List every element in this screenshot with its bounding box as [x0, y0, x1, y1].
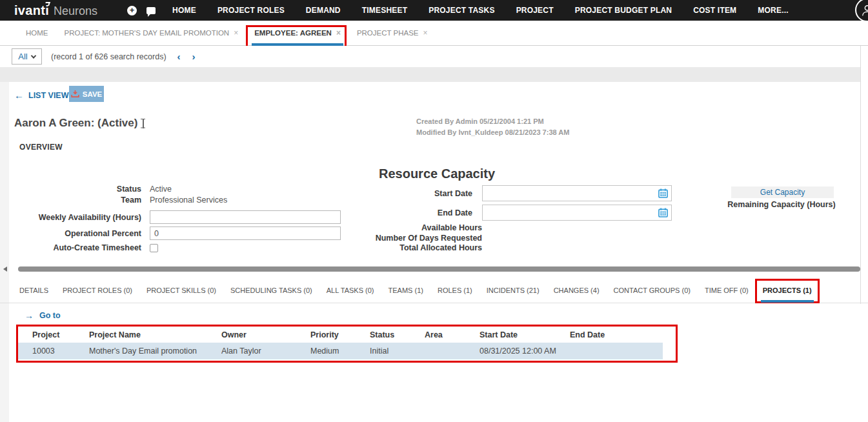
available-hours-label: Available Hours: [361, 223, 482, 234]
next-record-button[interactable]: ›: [187, 51, 201, 62]
weekly-availability-input[interactable]: [150, 210, 341, 224]
nav-item-demand[interactable]: DEMAND: [306, 6, 341, 15]
nav-item-more[interactable]: MORE...: [758, 6, 788, 15]
list-view-label: LIST VIEW: [28, 91, 69, 100]
table-row[interactable]: 10003 Mother's Day Email promotion Alan …: [18, 343, 663, 359]
calendar-icon[interactable]: [658, 208, 668, 220]
tab-projects[interactable]: PROJECTS (1): [763, 282, 812, 303]
text-cursor-icon: [140, 119, 146, 128]
save-button[interactable]: SAVE: [69, 86, 104, 102]
tab-project-roles[interactable]: PROJECT ROLES (0): [63, 282, 132, 303]
tab-label: PROJECT PHASE: [357, 29, 419, 37]
cell-project: 10003: [32, 347, 89, 356]
status-value: Active: [150, 185, 172, 194]
resource-capacity-title: Resource Capacity: [379, 166, 495, 181]
tab-details[interactable]: DETAILS: [19, 282, 48, 303]
nav-item-timesheet[interactable]: TIMESHEET: [362, 6, 407, 15]
right-edge-strip: [860, 46, 868, 304]
auto-create-timesheet-checkbox[interactable]: [150, 244, 158, 252]
tab-time-off[interactable]: TIME OFF (0): [705, 282, 749, 303]
end-date-input[interactable]: [482, 205, 672, 221]
tab-incidents[interactable]: INCIDENTS (21): [487, 282, 540, 303]
column-header-owner[interactable]: Owner: [221, 330, 310, 339]
tab-changes[interactable]: CHANGES (4): [554, 282, 600, 303]
horizontal-scrollbar[interactable]: [18, 266, 860, 272]
team-label: Team: [19, 196, 150, 205]
detail-tab-strip: DETAILS PROJECT ROLES (0) PROJECT SKILLS…: [0, 282, 868, 303]
team-row: Team Professional Services: [19, 196, 227, 205]
person-icon: [860, 3, 868, 17]
list-view-button[interactable]: ← LIST VIEW: [14, 90, 69, 101]
calendar-icon[interactable]: [658, 188, 668, 201]
tab-contact-groups[interactable]: CONTACT GROUPS (0): [614, 282, 691, 303]
tab-all-tasks[interactable]: ALL TASKS (0): [327, 282, 374, 303]
goto-label: Go to: [39, 311, 61, 320]
tab-home[interactable]: HOME: [26, 21, 48, 45]
column-header-priority[interactable]: Priority: [310, 330, 370, 339]
filter-value: All: [18, 52, 27, 61]
column-header-end-date[interactable]: End Date: [570, 330, 676, 339]
nav-item-project-budget-plan[interactable]: PROJECT BUDGET PLAN: [575, 6, 672, 15]
column-header-project[interactable]: Project: [32, 330, 89, 339]
chat-icon[interactable]: [146, 7, 156, 14]
status-row: Status Active: [19, 185, 172, 194]
column-header-project-name[interactable]: Project Name: [89, 330, 221, 339]
tab-project-mothers-day[interactable]: PROJECT: MOTHER'S DAY EMAIL PROMOTION ×: [65, 21, 239, 45]
start-date-field: [482, 185, 672, 201]
cell-project-name: Mother's Day Email promotion: [89, 347, 221, 356]
record-navigation-bar: All (record 1 of 626 search records) ‹ ›: [0, 46, 868, 67]
brand-logo: ivanti Neurons: [14, 3, 97, 18]
back-arrow-icon: ←: [14, 90, 24, 101]
record-count-text: (record 1 of 626 search records): [51, 52, 167, 61]
column-header-status[interactable]: Status: [370, 330, 425, 339]
nav-item-project-roles[interactable]: PROJECT ROLES: [217, 6, 285, 15]
nav-item-home[interactable]: HOME: [172, 6, 196, 15]
user-avatar-icon[interactable]: [855, 0, 868, 22]
close-icon[interactable]: ×: [423, 28, 428, 37]
get-capacity-button[interactable]: Get Capacity: [731, 186, 834, 198]
nav-item-cost-item[interactable]: COST ITEM: [693, 6, 736, 15]
start-date-row: Start Date: [361, 185, 672, 201]
nav-item-project-tasks[interactable]: PROJECT TASKS: [429, 6, 494, 15]
operational-percent-row: Operational Percent: [19, 226, 341, 240]
created-by-text: Created By Admin 05/21/2004 1:21 PM: [416, 116, 569, 127]
tab-project-phase[interactable]: PROJECT PHASE ×: [357, 21, 428, 45]
cell-start-date: 08/31/2025 12:00 AM: [479, 347, 570, 356]
scroll-left-icon[interactable]: [3, 266, 7, 272]
page-title: Aaron A Green: (Active): [14, 117, 137, 130]
start-date-input[interactable]: [482, 185, 672, 201]
weekly-availability-row: Weekly Availability (Hours): [19, 210, 341, 224]
auto-create-timesheet-row: Auto-Create Timesheet: [19, 243, 158, 252]
tab-employee-agreen[interactable]: EMPLOYEE: AGREEN ×: [254, 21, 341, 45]
tab-project-skills[interactable]: PROJECT SKILLS (0): [146, 282, 216, 303]
main-menu: HOME PROJECT ROLES DEMAND TIMESHEET PROJ…: [172, 6, 789, 15]
app-window: ivanti Neurons + HOME PROJECT ROLES DEMA…: [0, 0, 868, 422]
column-header-area[interactable]: Area: [425, 330, 479, 339]
operational-percent-input[interactable]: [150, 226, 341, 240]
end-date-row: End Date: [361, 205, 672, 221]
tab-label: HOME: [26, 29, 48, 37]
tab-scheduling-tasks[interactable]: SCHEDULING TASKS (0): [230, 282, 312, 303]
go-to-link[interactable]: → Go to: [25, 310, 61, 321]
record-filter-select[interactable]: All: [12, 48, 42, 65]
prev-record-button[interactable]: ‹: [172, 51, 187, 62]
close-icon[interactable]: ×: [336, 28, 341, 37]
nav-item-project[interactable]: PROJECT: [516, 6, 554, 15]
record-meta: Created By Admin 05/21/2004 1:21 PM Modi…: [416, 116, 569, 138]
goto-arrow-icon: →: [25, 310, 34, 321]
tab-teams[interactable]: TEAMS (1): [389, 282, 423, 303]
auto-create-timesheet-label: Auto-Create Timesheet: [19, 243, 150, 252]
weekly-availability-label: Weekly Availability (Hours): [19, 213, 150, 222]
tab-roles[interactable]: ROLES (1): [438, 282, 472, 303]
add-icon[interactable]: +: [127, 6, 137, 15]
record-title-row: Aaron A Green: (Active): [14, 117, 146, 130]
column-header-start-date[interactable]: Start Date: [479, 330, 570, 339]
projects-table-header: Project Project Name Owner Priority Stat…: [18, 327, 676, 343]
start-date-label: Start Date: [361, 189, 482, 198]
close-icon[interactable]: ×: [234, 28, 238, 37]
save-label: SAVE: [83, 90, 102, 98]
days-requested-label: Number Of Days Requested: [361, 234, 482, 244]
cell-priority: Medium: [310, 347, 370, 356]
annotation-box-projects-table: Project Project Name Owner Priority Stat…: [16, 325, 678, 363]
capacity-output-labels: Available Hours Number Of Days Requested…: [361, 223, 482, 254]
